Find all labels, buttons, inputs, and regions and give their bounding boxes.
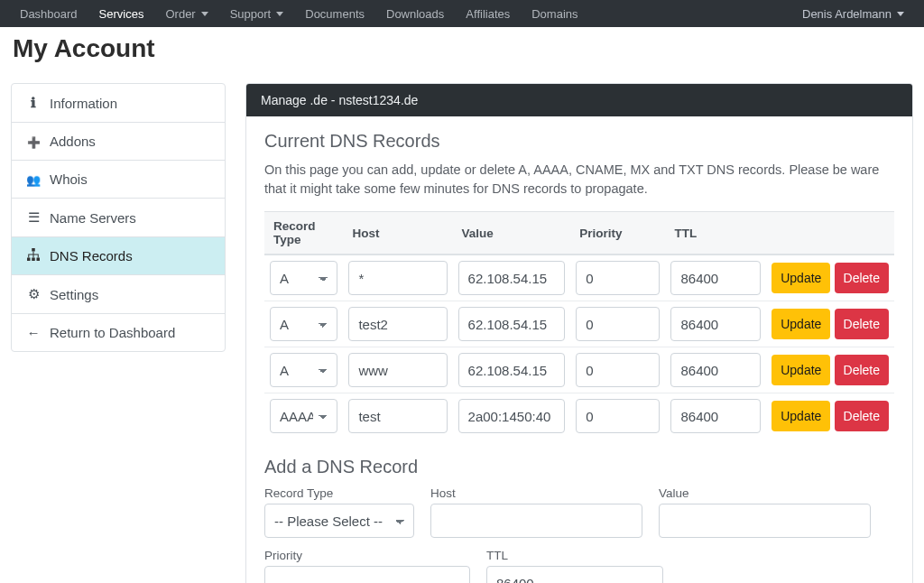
nav-affiliates[interactable]: Affiliates — [457, 2, 519, 26]
row-host-input[interactable] — [348, 307, 447, 341]
chevron-down-icon — [201, 12, 208, 16]
row-priority-input[interactable] — [576, 307, 660, 341]
top-nav-left: Dashboard Services Order Support Documen… — [11, 2, 587, 26]
row-type-select[interactable]: AAAA — [270, 399, 337, 433]
sidebar: Information Addons Whois Name Servers DN… — [11, 83, 226, 352]
nav-documents[interactable]: Documents — [296, 2, 374, 26]
section-title: Current DNS Records — [264, 131, 894, 152]
add-title: Add a DNS Record — [264, 457, 894, 477]
update-button[interactable]: Update — [772, 263, 830, 293]
card-header: Manage .de - nstest1234.de — [246, 84, 912, 116]
sidebar-item-label: Name Servers — [50, 210, 136, 226]
delete-button[interactable]: Delete — [835, 355, 889, 385]
sidebar-item-settings[interactable]: Settings — [12, 275, 225, 314]
users-icon — [26, 171, 41, 187]
form-group-priority: Priority — [264, 549, 470, 583]
table-row: AUpdate Delete — [264, 301, 894, 347]
add-type-select[interactable]: -- Please Select -- — [264, 504, 414, 538]
page-title: My Account — [13, 34, 911, 63]
dns-card: Manage .de - nstest1234.de Current DNS R… — [245, 83, 913, 583]
update-button[interactable]: Update — [772, 401, 830, 431]
svg-rect-2 — [32, 258, 35, 262]
form-group-value: Value — [659, 486, 871, 538]
add-priority-input[interactable] — [264, 566, 470, 583]
svg-rect-1 — [27, 258, 31, 262]
sidebar-item-addons[interactable]: Addons — [12, 123, 225, 161]
row-value-input[interactable] — [458, 307, 566, 341]
row-ttl-input[interactable] — [670, 353, 761, 387]
sidebar-item-dns-records[interactable]: DNS Records — [12, 237, 225, 275]
row-type-select[interactable]: A — [270, 261, 337, 295]
col-host: Host — [343, 212, 452, 255]
table-row: AAAAUpdate Delete — [264, 393, 894, 440]
sidebar-item-information[interactable]: Information — [12, 84, 225, 123]
chevron-down-icon — [276, 12, 283, 16]
row-value-input[interactable] — [458, 261, 566, 295]
user-menu[interactable]: Denis Ardelmann — [793, 2, 913, 26]
arrow-left-icon — [26, 325, 41, 340]
row-value-input[interactable] — [458, 353, 566, 387]
nav-dashboard[interactable]: Dashboard — [11, 2, 87, 26]
delete-button[interactable]: Delete — [835, 263, 889, 293]
sitemap-icon — [26, 248, 41, 264]
nav-label: Downloads — [386, 7, 444, 21]
label-type: Record Type — [264, 486, 414, 500]
sidebar-item-return[interactable]: Return to Dashboard — [12, 314, 225, 351]
sidebar-item-label: Information — [50, 96, 117, 111]
row-priority-input[interactable] — [576, 261, 660, 295]
row-priority-input[interactable] — [576, 399, 660, 433]
page-header: My Account — [0, 27, 924, 74]
sidebar-item-label: Settings — [50, 287, 98, 302]
section-description: On this page you can add, update or dele… — [264, 161, 894, 199]
sidebar-item-label: Whois — [50, 171, 88, 187]
add-ttl-input[interactable] — [486, 566, 663, 583]
row-host-input[interactable] — [348, 353, 447, 387]
row-host-input[interactable] — [348, 261, 447, 295]
form-group-ttl: TTL — [486, 549, 663, 583]
gear-icon — [26, 286, 41, 302]
top-nav: Dashboard Services Order Support Documen… — [0, 0, 924, 27]
row-type-select[interactable]: A — [270, 353, 337, 387]
form-group-host: Host — [430, 486, 642, 538]
nav-order[interactable]: Order — [156, 2, 217, 26]
row-ttl-input[interactable] — [670, 307, 761, 341]
nav-label: Support — [230, 7, 272, 21]
form-group-type: Record Type -- Please Select -- — [264, 486, 414, 538]
main-column: Manage .de - nstest1234.de Current DNS R… — [245, 83, 913, 583]
svg-rect-3 — [37, 258, 41, 262]
dns-records-table: Record Type Host Value Priority TTL AUpd… — [264, 211, 894, 439]
sidebar-item-label: DNS Records — [50, 248, 133, 264]
col-priority: Priority — [570, 212, 665, 255]
add-value-input[interactable] — [659, 504, 871, 538]
sidebar-item-whois[interactable]: Whois — [12, 161, 225, 199]
card-body: Current DNS Records On this page you can… — [246, 116, 912, 583]
chevron-down-icon — [897, 12, 904, 16]
nav-downloads[interactable]: Downloads — [377, 2, 453, 26]
add-host-input[interactable] — [430, 504, 642, 538]
svg-rect-0 — [32, 248, 35, 252]
row-value-input[interactable] — [458, 399, 566, 433]
list-icon — [26, 209, 41, 226]
row-ttl-input[interactable] — [670, 261, 761, 295]
nav-support[interactable]: Support — [221, 2, 293, 26]
update-button[interactable]: Update — [772, 355, 830, 385]
plus-circle-icon — [26, 134, 41, 149]
col-actions — [766, 212, 894, 255]
update-button[interactable]: Update — [772, 309, 830, 339]
delete-button[interactable]: Delete — [835, 401, 889, 431]
row-ttl-input[interactable] — [670, 399, 761, 433]
nav-domains[interactable]: Domains — [522, 2, 587, 26]
nav-label: Order — [165, 7, 195, 21]
info-icon — [26, 95, 41, 111]
label-priority: Priority — [264, 549, 470, 562]
row-type-select[interactable]: A — [270, 307, 337, 341]
nav-label: Dashboard — [20, 7, 78, 21]
delete-button[interactable]: Delete — [835, 309, 889, 339]
row-priority-input[interactable] — [576, 353, 660, 387]
col-ttl: TTL — [665, 212, 766, 255]
row-host-input[interactable] — [348, 399, 447, 433]
sidebar-item-name-servers[interactable]: Name Servers — [12, 199, 225, 237]
table-row: AUpdate Delete — [264, 347, 894, 393]
add-record-form: Add a DNS Record Record Type -- Please S… — [264, 457, 894, 583]
nav-services[interactable]: Services — [90, 2, 153, 26]
